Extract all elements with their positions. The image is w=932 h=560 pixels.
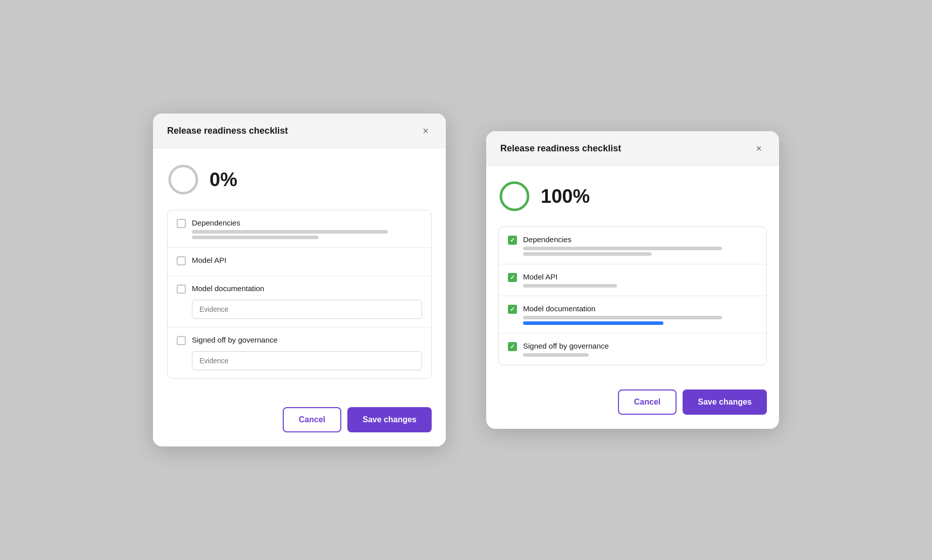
left-checkbox-governance[interactable] <box>177 336 186 345</box>
left-item-dependencies: Dependencies <box>168 210 431 248</box>
left-save-button[interactable]: Save changes <box>347 407 432 432</box>
right-label-dependencies: Dependencies <box>523 235 757 244</box>
svg-point-1 <box>501 183 528 210</box>
left-label-governance: Signed off by governance <box>192 335 422 344</box>
right-item-governance: Signed off by governance <box>499 333 766 365</box>
right-item-model-api: Model API <box>499 264 766 296</box>
right-progress-circle <box>498 180 531 212</box>
left-bar-dep-1 <box>192 230 388 234</box>
right-label-model-doc: Model documentation <box>523 304 757 313</box>
left-checkbox-dependencies[interactable] <box>177 219 186 228</box>
left-label-model-api: Model API <box>192 256 422 264</box>
left-progress-area: 0% <box>167 163 432 196</box>
left-evidence-governance[interactable] <box>192 351 422 370</box>
svg-point-0 <box>170 166 197 193</box>
right-item-model-doc: Model documentation <box>499 296 766 333</box>
right-save-button[interactable]: Save changes <box>683 389 767 415</box>
left-item-governance: Signed off by governance <box>168 327 431 378</box>
right-dialog-footer: Cancel Save changes <box>486 389 779 429</box>
left-bar-dep-2 <box>192 236 319 239</box>
left-close-button[interactable]: × <box>420 125 432 137</box>
right-bar-dep-2 <box>523 252 652 256</box>
left-item-model-api: Model API <box>168 248 431 276</box>
right-progress-percent: 100% <box>541 186 590 207</box>
left-label-dependencies: Dependencies <box>192 218 422 227</box>
right-bar-gov-1 <box>523 353 589 357</box>
right-cancel-button[interactable]: Cancel <box>618 389 677 415</box>
left-cancel-button[interactable]: Cancel <box>283 407 341 432</box>
right-bar-doc-1 <box>523 316 722 319</box>
right-item-dependencies: Dependencies <box>499 227 766 264</box>
right-bar-doc-2 <box>523 321 663 325</box>
left-item-model-doc: Model documentation <box>168 276 431 327</box>
right-dialog-header: Release readiness checklist × <box>486 131 779 166</box>
left-checkbox-model-doc[interactable] <box>177 285 186 294</box>
left-label-model-doc: Model documentation <box>192 284 422 293</box>
left-dialog-header: Release readiness checklist × <box>153 114 446 148</box>
left-dialog: Release readiness checklist × 0% Depende… <box>153 114 446 446</box>
right-label-governance: Signed off by governance <box>523 342 757 350</box>
left-progress-percent: 0% <box>210 169 237 191</box>
right-dialog-body: 100% Dependencies <box>486 166 779 389</box>
left-dialog-body: 0% Dependencies <box>153 148 446 407</box>
left-dialog-footer: Cancel Save changes <box>153 407 446 446</box>
right-progress-area: 100% <box>498 180 767 212</box>
right-bar-api-1 <box>523 284 617 288</box>
left-progress-circle <box>167 163 199 196</box>
left-checklist: Dependencies Model API <box>167 210 432 379</box>
right-close-button[interactable]: × <box>753 142 765 154</box>
right-label-model-api: Model API <box>523 272 757 281</box>
right-checklist: Dependencies Model API <box>498 227 767 365</box>
right-checkbox-model-api[interactable] <box>508 273 517 282</box>
right-checkbox-dependencies[interactable] <box>508 236 517 245</box>
right-dialog-title: Release readiness checklist <box>500 143 621 154</box>
right-dialog: Release readiness checklist × 100% Depen… <box>486 131 779 429</box>
right-checkbox-governance[interactable] <box>508 342 517 351</box>
left-checkbox-model-api[interactable] <box>177 256 186 265</box>
left-evidence-model-doc[interactable] <box>192 300 422 319</box>
right-bar-dep-1 <box>523 247 722 250</box>
right-checkbox-model-doc[interactable] <box>508 305 517 314</box>
left-dialog-title: Release readiness checklist <box>167 126 288 136</box>
